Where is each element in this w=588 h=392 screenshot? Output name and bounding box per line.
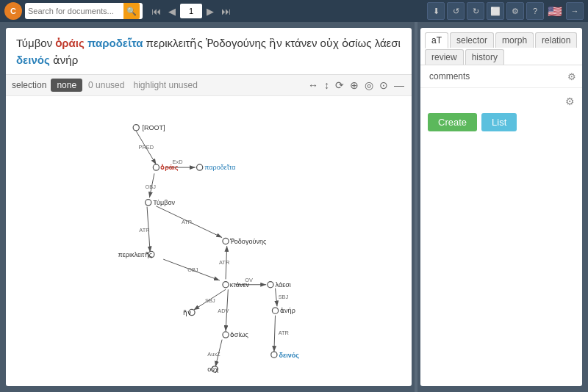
node-parodeita[interactable] xyxy=(197,164,203,170)
topbar: C 🔍 ⏮ ◀ ▶ ⏭ ⬇ ↺ ↻ ⬜ ⚙ ? 🇺🇸 → xyxy=(0,0,588,22)
node-in-label: ἣν xyxy=(183,309,191,316)
edge-label-atr2: ATR xyxy=(139,227,149,233)
nav-prev[interactable]: ◀ xyxy=(165,4,179,18)
selection-label: selection xyxy=(12,80,46,90)
left-panel: Τύμβον ὁράις παροδεῖτα περικλειτῆς Ῥοδογ… xyxy=(6,28,412,386)
app-logo: C xyxy=(4,2,22,20)
highlight-unused-label: highlight unused xyxy=(133,80,197,90)
right-panel: aT selector morph relation review histor… xyxy=(420,28,582,386)
tab-review[interactable]: review xyxy=(425,49,464,65)
word-parodeita: παροδεῖτα xyxy=(87,37,143,49)
nav-controls: ⏮ ◀ ▶ ⏭ xyxy=(148,4,234,18)
graph-area[interactable]: PRED ExD OBJ ATR ATR OBJ ATR xyxy=(6,96,412,386)
node-ouch-label: οὐχ xyxy=(207,366,218,373)
node-laesi-label: λάεσι xyxy=(276,281,291,288)
node-tymvon[interactable] xyxy=(146,200,151,206)
node-deinos-label: δεινός xyxy=(279,352,299,359)
dependency-graph: PRED ExD OBJ ATR ATR OBJ ATR xyxy=(6,96,412,386)
resize-h-btn[interactable]: ↔ xyxy=(306,78,320,92)
circle-btn[interactable]: ⊙ xyxy=(378,78,390,92)
node-osios[interactable] xyxy=(223,332,229,338)
tab-relation[interactable]: relation xyxy=(535,32,577,48)
dash-btn[interactable]: — xyxy=(392,78,406,92)
edge-label-obj3: SBJ xyxy=(205,297,215,304)
search-input[interactable] xyxy=(28,7,123,15)
node-root-label: [ROOT] xyxy=(142,124,165,131)
edge-label-atr4: ATR xyxy=(279,330,289,336)
search-button[interactable]: 🔍 xyxy=(123,3,140,19)
word-mid: περικλειτῆς Ῥοδογούνης ἣν κτάνεν οὐχ ὁσί… xyxy=(143,37,400,49)
main-content: Τύμβον ὁράις παροδεῖτα περικλειτῆς Ῥοδογ… xyxy=(0,22,588,392)
node-ktanen-label: κτάνεν xyxy=(230,281,250,288)
node-laesi[interactable] xyxy=(268,282,273,288)
settings-btn[interactable]: ⚙ xyxy=(506,2,524,20)
sub-tab-gear[interactable]: ⚙ xyxy=(567,71,576,82)
edge-label-auxz: AuxZ xyxy=(207,351,220,357)
view-btn[interactable]: ⬜ xyxy=(487,2,504,20)
node-tymvon-label: Τύμβον xyxy=(153,199,175,206)
rotate-btn[interactable]: ⟳ xyxy=(334,78,345,92)
tab-at[interactable]: aT xyxy=(425,32,448,48)
create-list-row: Create List xyxy=(428,113,517,131)
node-oras-label: ὁράις xyxy=(160,164,179,171)
edge-label-obj2: OBJ xyxy=(187,266,198,273)
sub-tab-comments[interactable]: comments xyxy=(426,70,473,83)
node-root[interactable] xyxy=(133,125,139,131)
edge-label-adv: ADV xyxy=(218,308,229,314)
node-rodogounis[interactable] xyxy=(223,238,229,244)
node-anir-label: ἀνήρ xyxy=(280,307,295,314)
word-deinos: δεινός xyxy=(16,54,50,66)
add-btn[interactable]: ⊕ xyxy=(348,78,360,92)
unused-count: 0 unused xyxy=(88,80,124,90)
nav-first[interactable]: ⏮ xyxy=(148,4,164,18)
edge-label-pred: PRED xyxy=(139,144,154,150)
redo-btn[interactable]: ↻ xyxy=(467,2,484,20)
right-panel-content: ⚙ Create List xyxy=(420,88,582,386)
content-gear-button[interactable]: ⚙ xyxy=(565,95,575,107)
word-tymvon: Τύμβον xyxy=(16,37,55,49)
word-anir: ἀνήρ xyxy=(50,54,79,66)
tab-history[interactable]: history xyxy=(465,49,504,65)
edge-label-atr1: ATR xyxy=(182,219,192,225)
node-periklitis-label: περικλειτῆς xyxy=(118,251,153,258)
nav-next[interactable]: ▶ xyxy=(204,4,217,18)
panel-divider[interactable] xyxy=(415,22,417,392)
node-anir[interactable] xyxy=(272,308,278,313)
lang-btn[interactable]: 🇺🇸 xyxy=(546,2,564,20)
node-oras[interactable] xyxy=(153,164,159,170)
tab-bar: aT selector morph relation review histor… xyxy=(420,28,582,65)
edge-atr4 xyxy=(274,316,276,352)
resize-v-btn[interactable]: ↕ xyxy=(323,78,331,92)
sub-tab-bar: comments ⚙ xyxy=(420,65,582,88)
tab-selector[interactable]: selector xyxy=(450,32,494,48)
graph-toolbar: selection none 0 unused highlight unused… xyxy=(6,75,412,96)
edge-label-sbj: SBJ xyxy=(279,294,289,300)
download-btn[interactable]: ⬇ xyxy=(427,2,445,20)
target-btn[interactable]: ◎ xyxy=(363,78,375,92)
page-input[interactable] xyxy=(180,4,202,18)
edge-label-obj1: OBJ xyxy=(146,184,157,190)
create-button[interactable]: Create xyxy=(428,113,477,131)
logout-btn[interactable]: → xyxy=(566,2,584,20)
word-oras: ὁράις xyxy=(55,37,84,49)
tab-morph[interactable]: morph xyxy=(495,32,534,48)
node-osios-label: ὁσίως xyxy=(230,331,249,338)
nav-last[interactable]: ⏭ xyxy=(218,4,234,18)
help-btn[interactable]: ? xyxy=(526,2,544,20)
node-deinos[interactable] xyxy=(271,352,277,357)
right-buttons: ⬇ ↺ ↻ ⬜ ⚙ ? 🇺🇸 → xyxy=(427,2,584,20)
undo-btn[interactable]: ↺ xyxy=(447,2,465,20)
list-button[interactable]: List xyxy=(481,113,517,131)
edge-sbj xyxy=(276,288,277,307)
edge-label-atr3: ATR xyxy=(219,259,229,266)
sentence-bar: Τύμβον ὁράις παροδεῖτα περικλειτῆς Ῥοδογ… xyxy=(6,28,412,75)
node-parodeita-label: παροδεῖτα xyxy=(204,164,235,171)
node-ktanen[interactable] xyxy=(223,282,229,288)
search-box: 🔍 xyxy=(25,3,143,19)
none-button[interactable]: none xyxy=(51,79,82,92)
node-rodogounis-label: Ῥοδογούνης xyxy=(230,238,267,245)
